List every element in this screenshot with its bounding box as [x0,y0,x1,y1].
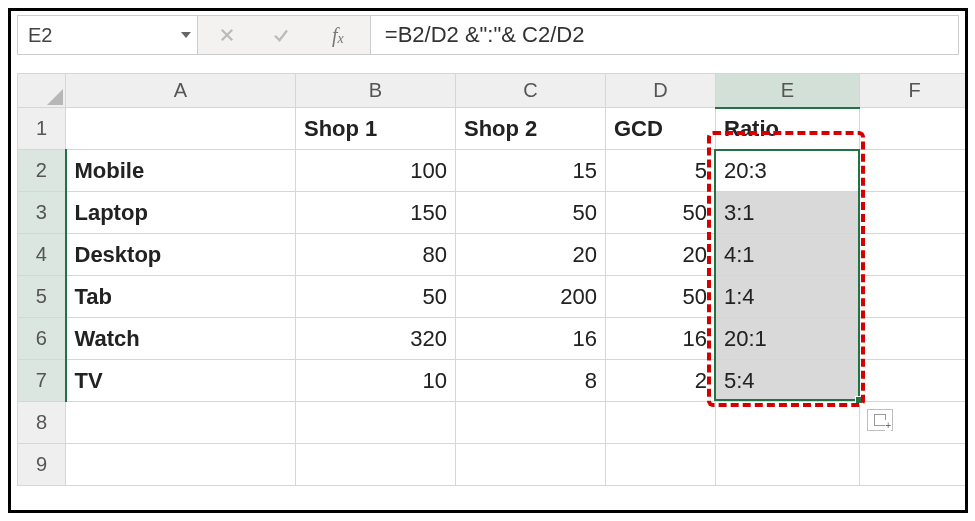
cell-C3[interactable]: 50 [456,192,606,234]
formula-bar: E2 fx =B2/D2 &":"& C2/D2 [17,15,959,55]
cell-C2[interactable]: 15 [456,150,606,192]
cell-C9[interactable] [456,444,606,486]
fx-icon[interactable]: fx [322,24,354,47]
row-header-5[interactable]: 5 [18,276,66,318]
cell-D2[interactable]: 5 [606,150,716,192]
row-header-3[interactable]: 3 [18,192,66,234]
cell-E3[interactable]: 3:1 [716,192,860,234]
table-row: 8 [18,402,969,444]
cell-A2[interactable]: Mobile [66,150,296,192]
cell-B6[interactable]: 320 [296,318,456,360]
col-header-C[interactable]: C [456,74,606,108]
cell-B1[interactable]: Shop 1 [296,108,456,150]
cell-A7[interactable]: TV [66,360,296,402]
cell-F9[interactable] [860,444,969,486]
row-header-7[interactable]: 7 [18,360,66,402]
table-row: 9 [18,444,969,486]
cell-D4[interactable]: 20 [606,234,716,276]
cell-B3[interactable]: 150 [296,192,456,234]
cell-E8[interactable] [716,402,860,444]
cell-D5[interactable]: 50 [606,276,716,318]
cell-C1[interactable]: Shop 2 [456,108,606,150]
app-window: E2 fx =B2/D2 &":"& C2/D2 [8,8,968,513]
cell-F5[interactable] [860,276,969,318]
autofill-options-icon[interactable]: + [867,409,893,431]
cell-F2[interactable] [860,150,969,192]
name-box-value: E2 [28,24,52,47]
cell-C6[interactable]: 16 [456,318,606,360]
cell-F3[interactable] [860,192,969,234]
enter-check-icon[interactable] [268,22,294,48]
col-header-A[interactable]: A [66,74,296,108]
row-header-1[interactable]: 1 [18,108,66,150]
cell-B4[interactable]: 80 [296,234,456,276]
cell-B9[interactable] [296,444,456,486]
col-header-B[interactable]: B [296,74,456,108]
table-row: 7 TV 10 8 2 5:4 [18,360,969,402]
cell-F7[interactable] [860,360,969,402]
row-header-4[interactable]: 4 [18,234,66,276]
cell-A8[interactable] [66,402,296,444]
cell-D6[interactable]: 16 [606,318,716,360]
cell-B8[interactable] [296,402,456,444]
cell-C5[interactable]: 200 [456,276,606,318]
cell-E5[interactable]: 1:4 [716,276,860,318]
row-header-6[interactable]: 6 [18,318,66,360]
cell-A6[interactable]: Watch [66,318,296,360]
cell-C8[interactable] [456,402,606,444]
cell-D1[interactable]: GCD [606,108,716,150]
cell-D9[interactable] [606,444,716,486]
formula-text: =B2/D2 &":"& C2/D2 [385,22,585,48]
table-row: 2 Mobile 100 15 5 20:3 [18,150,969,192]
cell-D3[interactable]: 50 [606,192,716,234]
fill-handle[interactable] [855,396,863,404]
cell-F6[interactable] [860,318,969,360]
select-all-corner[interactable] [18,74,66,108]
cell-E7[interactable]: 5:4 [716,360,860,402]
cell-E2[interactable]: 20:3 [716,150,860,192]
cell-F1[interactable] [860,108,969,150]
cell-C7[interactable]: 8 [456,360,606,402]
col-header-F[interactable]: F [860,74,969,108]
cell-F4[interactable] [860,234,969,276]
name-box[interactable]: E2 [18,16,198,54]
formula-bar-buttons: fx [198,16,371,54]
table-row: 5 Tab 50 200 50 1:4 [18,276,969,318]
cell-B7[interactable]: 10 [296,360,456,402]
cell-B5[interactable]: 50 [296,276,456,318]
cell-A1[interactable] [66,108,296,150]
table-row: 1 Shop 1 Shop 2 GCD Ratio [18,108,969,150]
formula-input[interactable]: =B2/D2 &":"& C2/D2 [371,16,958,54]
cell-E9[interactable] [716,444,860,486]
cell-A4[interactable]: Desktop [66,234,296,276]
cell-A9[interactable] [66,444,296,486]
table-row: 4 Desktop 80 20 20 4:1 [18,234,969,276]
row-header-2[interactable]: 2 [18,150,66,192]
row-header-8[interactable]: 8 [18,402,66,444]
cell-C4[interactable]: 20 [456,234,606,276]
column-header-row: A B C D E F [18,74,969,108]
col-header-E[interactable]: E [716,74,860,108]
col-header-D[interactable]: D [606,74,716,108]
spreadsheet-grid[interactable]: A B C D E F 1 Shop 1 Shop 2 GCD Ratio [17,73,959,486]
cancel-icon[interactable] [214,22,240,48]
cell-A5[interactable]: Tab [66,276,296,318]
cell-E6[interactable]: 20:1 [716,318,860,360]
row-header-9[interactable]: 9 [18,444,66,486]
cell-D7[interactable]: 2 [606,360,716,402]
cell-E4[interactable]: 4:1 [716,234,860,276]
cell-A3[interactable]: Laptop [66,192,296,234]
chevron-down-icon[interactable] [181,32,191,38]
cell-B2[interactable]: 100 [296,150,456,192]
table-row: 6 Watch 320 16 16 20:1 [18,318,969,360]
cell-E1[interactable]: Ratio [716,108,860,150]
table-row: 3 Laptop 150 50 50 3:1 [18,192,969,234]
cell-D8[interactable] [606,402,716,444]
